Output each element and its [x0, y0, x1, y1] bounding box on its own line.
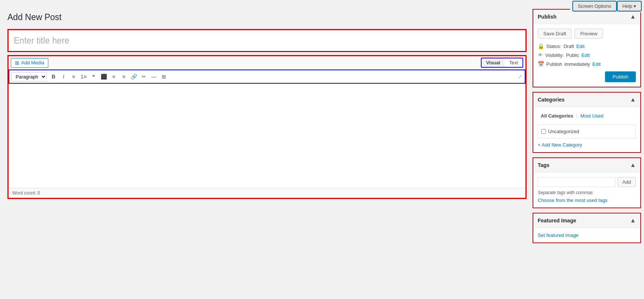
publish-panel: Publish ▲ Save Draft Preview 🔒 Status: D… [533, 9, 641, 87]
uncategorized-label: Uncategorized [548, 129, 579, 134]
content-area: Add New Post ⊞ Add Media Visual Text [0, 6, 533, 299]
featured-image-panel-header[interactable]: Featured Image ▲ [533, 213, 640, 228]
add-media-button[interactable]: ⊞ Add Media [11, 58, 48, 68]
tags-panel-body: Add Separate tags with commas Choose fro… [533, 173, 640, 208]
word-count: Word count: 0 [9, 188, 525, 198]
text-tab[interactable]: Text [505, 58, 522, 67]
tags-panel-toggle[interactable]: ▲ [630, 162, 636, 168]
unordered-list-button[interactable]: ≡ [69, 72, 78, 81]
title-input[interactable] [9, 30, 525, 51]
tags-input[interactable] [538, 177, 615, 187]
tags-help-text: Separate tags with commas [538, 190, 636, 195]
blockquote-button[interactable]: ❝ [89, 72, 98, 81]
categories-panel-toggle[interactable]: ▲ [630, 96, 636, 103]
help-button[interactable]: Help ▾ [618, 1, 641, 11]
screen-options-button[interactable]: Screen Options [573, 1, 616, 11]
categories-panel-body: All Categories | Most Used Uncategorized… [533, 107, 640, 152]
editor-wrap: ⊞ Add Media Visual Text Paragraph B I ≡ … [7, 55, 527, 199]
insert-table-button[interactable]: ⊞ [159, 72, 169, 81]
status-value: Draft [563, 44, 574, 49]
save-draft-button[interactable]: Save Draft [538, 29, 572, 39]
editor-content[interactable] [9, 84, 525, 188]
publish-time-edit-link[interactable]: Edit [592, 61, 601, 67]
publish-time-label: Publish [546, 61, 562, 67]
format-toolbar: Paragraph B I ≡ 1≡ ❝ ⬛ ≡ ≡ 🔗 ✂ — ⊞ ⤢ [9, 70, 525, 84]
preview-button[interactable]: Preview [575, 29, 603, 39]
status-label: Status: [546, 44, 561, 49]
featured-image-panel-body: Set featured image [533, 228, 640, 242]
publish-panel-body: Save Draft Preview 🔒 Status: Draft Edit … [533, 24, 640, 87]
align-right-button[interactable]: ≡ [119, 72, 129, 81]
add-new-category-link[interactable]: + Add New Category [538, 142, 582, 148]
tags-input-row: Add [538, 177, 636, 187]
publish-time-row: 📅 Publish immediately Edit [538, 61, 636, 67]
publish-button[interactable]: Publish [605, 71, 636, 82]
categories-list: Uncategorized [538, 125, 636, 138]
visual-tab[interactable]: Visual [482, 58, 505, 67]
all-categories-tab[interactable]: All Categories [538, 112, 576, 120]
choose-tags-link[interactable]: Choose from the most used tags [538, 197, 608, 203]
categories-panel: Categories ▲ All Categories | Most Used … [533, 92, 641, 153]
status-row: 🔒 Status: Draft Edit [538, 43, 636, 49]
visibility-edit-link[interactable]: Edit [582, 52, 590, 58]
publish-time-icon: 📅 [538, 61, 544, 67]
publish-meta: 🔒 Status: Draft Edit 👁 Visibility: Publi… [538, 43, 636, 67]
link-button[interactable]: 🔗 [129, 72, 139, 81]
page-title: Add New Post [7, 12, 527, 23]
uncategorized-checkbox[interactable] [541, 129, 546, 134]
paragraph-select[interactable]: Paragraph [12, 72, 47, 81]
add-media-label: Add Media [21, 60, 44, 65]
align-center-button[interactable]: ≡ [109, 72, 119, 81]
tags-panel: Tags ▲ Add Separate tags with commas Cho… [533, 157, 641, 208]
title-input-wrap [7, 29, 527, 52]
publish-when: immediately [564, 61, 590, 67]
top-bar: Screen Options Help ▾ [570, 0, 644, 12]
set-featured-image-link[interactable]: Set featured image [538, 232, 579, 238]
categories-panel-header[interactable]: Categories ▲ [533, 93, 640, 107]
categories-panel-title: Categories [538, 97, 564, 103]
featured-image-panel-toggle[interactable]: ▲ [630, 217, 636, 224]
editor-toolbar-top: ⊞ Add Media Visual Text [9, 56, 525, 70]
tags-panel-header[interactable]: Tags ▲ [533, 158, 640, 173]
add-tag-button[interactable]: Add [618, 177, 636, 187]
add-media-icon: ⊞ [15, 60, 19, 66]
visibility-value: Public [566, 52, 579, 58]
insert-more-button[interactable]: — [149, 72, 159, 81]
category-tabs: All Categories | Most Used [538, 112, 636, 120]
publish-panel-toggle[interactable]: ▲ [630, 13, 636, 20]
ordered-list-button[interactable]: 1≡ [79, 72, 88, 81]
view-tabs: Visual Text [481, 58, 523, 68]
editor-fullscreen-icon[interactable]: ⤢ [518, 74, 522, 80]
publish-actions: Save Draft Preview [538, 29, 636, 39]
publish-panel-title: Publish [538, 14, 557, 20]
align-left-button[interactable]: ⬛ [99, 72, 109, 81]
status-icon: 🔒 [538, 43, 544, 49]
visibility-label: Visibility: [545, 52, 564, 58]
most-used-tab[interactable]: Most Used [577, 112, 606, 120]
sidebar: Publish ▲ Save Draft Preview 🔒 Status: D… [533, 6, 644, 299]
italic-button[interactable]: I [59, 72, 68, 81]
visibility-icon: 👁 [538, 52, 543, 58]
unlink-button[interactable]: ✂ [139, 72, 149, 81]
featured-image-panel: Featured Image ▲ Set featured image [533, 213, 641, 243]
bold-button[interactable]: B [49, 72, 58, 81]
main-wrapper: Add New Post ⊞ Add Media Visual Text [0, 0, 644, 299]
category-item: Uncategorized [541, 128, 632, 135]
tags-panel-title: Tags [538, 162, 550, 168]
visibility-row: 👁 Visibility: Public Edit [538, 52, 636, 58]
status-edit-link[interactable]: Edit [576, 44, 585, 49]
featured-image-panel-title: Featured Image [538, 218, 576, 224]
